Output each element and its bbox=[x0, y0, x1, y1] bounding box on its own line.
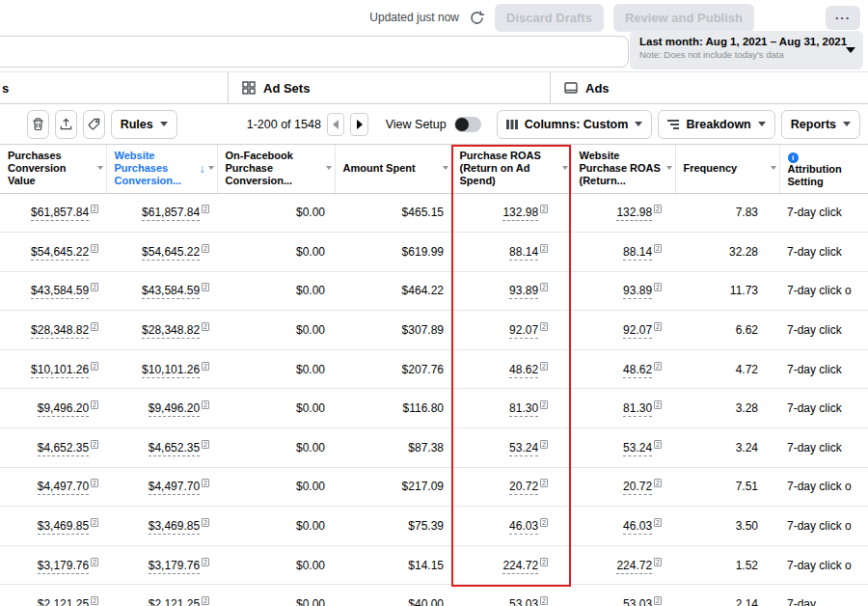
cell-amount-spent: $465.15 bbox=[335, 193, 451, 233]
metric-value[interactable]: $9,496.20 bbox=[149, 401, 200, 417]
metric-value[interactable]: 53.03 bbox=[623, 597, 652, 606]
metric-value[interactable]: 81.30 bbox=[623, 401, 652, 417]
table-row[interactable]: $9,496.202$9,496.202$0.00$116.8081.30281… bbox=[0, 389, 868, 428]
next-page-button[interactable] bbox=[350, 113, 367, 136]
metric-value[interactable]: 46.03 bbox=[509, 519, 538, 535]
metric-value[interactable]: $61,857.84 bbox=[142, 206, 200, 221]
metric-value[interactable]: 224.72 bbox=[502, 559, 538, 574]
metric-value[interactable]: 46.03 bbox=[623, 519, 652, 535]
metric-value[interactable]: 81.30 bbox=[509, 401, 538, 417]
cell-on-facebook-purchase: $0.00 bbox=[217, 585, 335, 606]
table-toolbar: Rules 1-200 of 1548 View Setup Columns: … bbox=[0, 104, 868, 145]
metric-value[interactable]: $4,652.35 bbox=[38, 441, 89, 456]
metric-value[interactable]: 88.14 bbox=[623, 245, 652, 261]
cell-attribution-setting: 7-day click bbox=[779, 428, 868, 468]
cell-on-facebook-purchase: $0.00 bbox=[217, 545, 335, 585]
metric-value[interactable]: $2,121.25 bbox=[38, 597, 89, 606]
col-header-attribution-setting[interactable]: iAttribution Setting bbox=[779, 145, 868, 193]
footnote-marker: 2 bbox=[91, 322, 98, 331]
metric-value[interactable]: 93.89 bbox=[623, 284, 652, 299]
date-range-selector[interactable]: Last month: Aug 1, 2021 – Aug 31, 2021 N… bbox=[630, 31, 863, 69]
delete-button[interactable] bbox=[27, 110, 49, 139]
cell-value: 7-day click bbox=[787, 401, 842, 415]
metric-value[interactable]: 48.62 bbox=[509, 363, 538, 378]
view-setup-toggle[interactable] bbox=[454, 117, 481, 132]
metric-value[interactable]: $54,645.22 bbox=[31, 245, 89, 261]
columns-button[interactable]: Columns: Custom bbox=[497, 110, 653, 139]
metric-value[interactable]: $4,497.70 bbox=[38, 480, 89, 495]
refresh-button[interactable] bbox=[469, 10, 485, 26]
rules-button[interactable]: Rules bbox=[111, 110, 177, 139]
metric-value[interactable]: 48.62 bbox=[623, 363, 652, 378]
col-header-website-purchase-roas[interactable]: Website Purchase ROAS (Return... bbox=[571, 145, 675, 193]
metric-value[interactable]: 20.72 bbox=[509, 480, 538, 495]
table-row[interactable]: $61,857.842$61,857.842$0.00$465.15132.98… bbox=[0, 193, 868, 233]
metric-value[interactable]: 224.72 bbox=[616, 559, 652, 574]
metric-value[interactable]: 20.72 bbox=[623, 480, 652, 495]
metric-value[interactable]: 53.24 bbox=[509, 441, 538, 456]
col-header-purchases-conversion-value[interactable]: Purchases Conversion Value bbox=[0, 145, 106, 193]
metric-value[interactable]: 53.03 bbox=[509, 597, 538, 606]
breakdown-icon bbox=[667, 119, 679, 130]
footnote-marker: 2 bbox=[91, 283, 98, 291]
tab-ads[interactable]: Ads bbox=[551, 72, 868, 103]
metric-value[interactable]: $54,645.22 bbox=[142, 245, 200, 261]
tab-ad-sets[interactable]: Ad Sets bbox=[229, 72, 551, 103]
metric-value[interactable]: 88.14 bbox=[509, 245, 538, 261]
export-button[interactable] bbox=[55, 110, 77, 139]
col-header-on-facebook-purchase-conversion[interactable]: On-Facebook Purchase Conversion... bbox=[217, 145, 335, 193]
metric-value[interactable]: $3,179.76 bbox=[149, 559, 200, 574]
metric-value[interactable]: $61,857.84 bbox=[31, 206, 89, 221]
metric-value[interactable]: 53.24 bbox=[623, 441, 652, 456]
cell-website-purchases-conversion-value: $61,857.842 bbox=[106, 193, 217, 233]
table-row[interactable]: $28,348.822$28,348.822$0.00$307.8992.072… bbox=[0, 311, 868, 350]
col-header-frequency[interactable]: Frequency bbox=[675, 145, 779, 193]
metric-value[interactable]: 92.07 bbox=[623, 323, 652, 339]
reports-button[interactable]: Reports bbox=[781, 110, 860, 139]
table-row[interactable]: $10,101.262$10,101.262$0.00$207.7648.622… bbox=[0, 349, 868, 389]
more-options-button[interactable]: ··· bbox=[826, 6, 860, 30]
col-header-website-purchases-conversion[interactable]: Website Purchases Conversion... ↓ bbox=[106, 145, 217, 193]
table-row[interactable]: $3,179.762$3,179.762$0.00$14.15224.72222… bbox=[0, 545, 868, 585]
metric-value[interactable]: $28,348.82 bbox=[31, 323, 89, 339]
table-row[interactable]: $4,497.702$4,497.702$0.00$217.0920.72220… bbox=[0, 467, 868, 507]
table-row[interactable]: $3,469.852$3,469.852$0.00$75.3946.03246.… bbox=[0, 507, 868, 546]
metric-value[interactable]: $43,584.59 bbox=[142, 284, 200, 299]
previous-page-button[interactable] bbox=[327, 113, 344, 136]
cell-attribution-setting: 7-day click bbox=[779, 389, 868, 428]
tag-button[interactable] bbox=[83, 110, 105, 139]
table-row[interactable]: $4,652.352$4,652.352$0.00$87.3853.24253.… bbox=[0, 428, 868, 468]
chevron-down-icon bbox=[846, 47, 855, 53]
metric-value[interactable]: $28,348.82 bbox=[142, 323, 200, 339]
metric-value[interactable]: 92.07 bbox=[509, 323, 538, 339]
cell-frequency: 7.83 bbox=[675, 193, 779, 233]
metric-value[interactable]: $3,469.85 bbox=[149, 519, 200, 535]
metric-value[interactable]: 93.89 bbox=[509, 284, 538, 299]
col-header-purchase-roas[interactable]: Purchase ROAS (Return on Ad Spend) bbox=[451, 145, 571, 193]
cell-frequency: 3.50 bbox=[675, 507, 779, 546]
metric-value[interactable]: $43,584.59 bbox=[31, 284, 89, 299]
footnote-marker: 2 bbox=[540, 205, 548, 213]
review-publish-button[interactable]: Review and Publish bbox=[613, 4, 754, 32]
tab-campaigns[interactable]: s bbox=[0, 72, 229, 103]
search-filter-bar[interactable] bbox=[0, 36, 629, 68]
col-header-amount-spent[interactable]: Amount Spent bbox=[335, 145, 451, 193]
metric-value[interactable]: $3,179.76 bbox=[38, 559, 89, 574]
metric-value[interactable]: $10,101.26 bbox=[142, 363, 200, 378]
metric-value[interactable]: $2,121.25 bbox=[149, 597, 200, 606]
metric-value[interactable]: 132.98 bbox=[502, 206, 538, 221]
table-row[interactable]: $43,584.592$43,584.592$0.00$464.2293.892… bbox=[0, 271, 868, 311]
metric-value[interactable]: $3,469.85 bbox=[38, 519, 89, 535]
chevron-down-icon bbox=[758, 122, 766, 126]
metric-value[interactable]: 132.98 bbox=[616, 206, 652, 221]
metric-value[interactable]: $4,497.70 bbox=[149, 480, 200, 495]
metric-value[interactable]: $9,496.20 bbox=[38, 401, 89, 417]
discard-drafts-button[interactable]: Discard Drafts bbox=[495, 4, 604, 32]
metric-value[interactable]: $10,101.26 bbox=[31, 363, 89, 378]
cell-purchase-roas: 88.142 bbox=[451, 233, 571, 272]
table-row[interactable]: $54,645.222$54,645.222$0.00$619.9988.142… bbox=[0, 233, 868, 272]
topbar: Updated just now Discard Drafts Review a… bbox=[0, 0, 868, 35]
breakdown-button[interactable]: Breakdown bbox=[658, 110, 774, 139]
metric-value[interactable]: $4,652.35 bbox=[149, 441, 200, 456]
table-row[interactable]: $2,121.252$2,121.252$0.00$40.0053.03253.… bbox=[0, 585, 868, 606]
